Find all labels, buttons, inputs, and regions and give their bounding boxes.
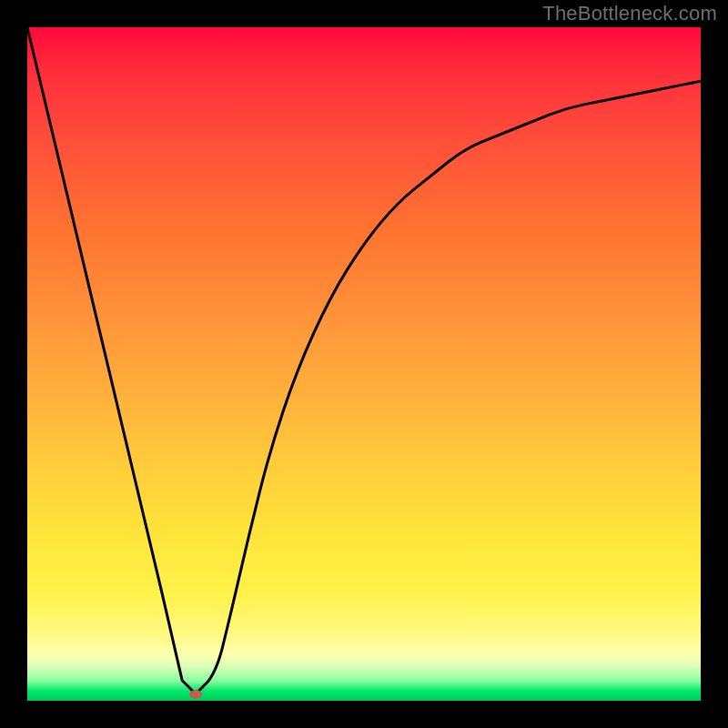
watermark-text: TheBottleneck.com	[542, 2, 717, 25]
optimal-point-marker	[189, 690, 202, 699]
curve-svg	[27, 27, 701, 701]
plot-area	[27, 27, 701, 701]
bottleneck-curve	[27, 27, 701, 694]
chart-frame: TheBottleneck.com	[0, 0, 728, 728]
